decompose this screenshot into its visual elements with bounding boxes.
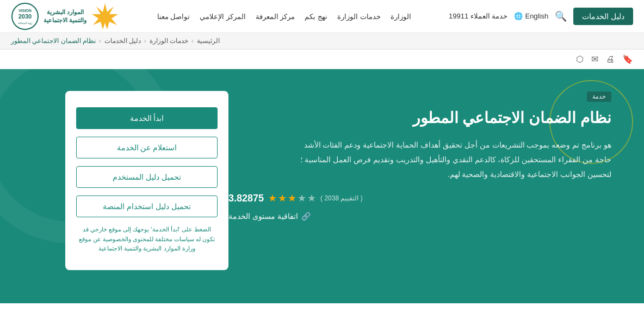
nav-item-مركز المعرفة[interactable]: مركز المعرفة [256, 13, 295, 21]
inquiry-button[interactable]: استعلام عن الخدمة [76, 137, 218, 158]
sla-label: اتفاقية مستوى الخدمة [228, 212, 298, 221]
search-button[interactable]: 🔍 [555, 10, 567, 22]
service-action-card: ابدأ الخدمة استعلام عن الخدمة تحميل دليل… [65, 91, 228, 270]
svg-text:رؤية المملكة: رؤية المملكة [18, 21, 33, 25]
logo-text: الموارد البشرية والتنمية الاجتماعية [44, 8, 86, 24]
breadcrumb-separator: › [99, 38, 101, 44]
external-link-icon: 🔗 [301, 212, 311, 221]
customer-service-number: خدمة العملاء 19911 [449, 12, 507, 20]
star-2: ★ [278, 192, 287, 204]
svg-text:2030: 2030 [18, 13, 32, 20]
globe-icon: 🌐 [514, 12, 523, 20]
vision-badge: VISION 2030 رؤية المملكة [11, 2, 39, 30]
rating-row: ( التقييم 2038 ) ★ ★ ★ ★ ★ 3.82875 [228, 192, 611, 204]
language-label: English [525, 12, 548, 20]
sla-link[interactable]: 🔗 اتفاقية مستوى الخدمة [228, 212, 611, 221]
nav-item-تواصل معنا[interactable]: تواصل معنا [157, 13, 190, 21]
service-title: نظام الضمان الاجتماعي المطور [228, 108, 611, 128]
print-button[interactable]: 🖨 [606, 54, 615, 64]
breadcrumb-separator: › [191, 38, 194, 44]
ministry-logo-icon [91, 2, 119, 30]
service-badge: خدمة [587, 91, 611, 102]
nav-item-نهج بكم[interactable]: نهج بكم [305, 13, 327, 21]
svg-marker-0 [92, 3, 118, 29]
main-nav: الوزارةخدمات الوزارةنهج بكممركز المعرفةا… [157, 11, 411, 21]
card-note: الضغط على 'ابدأ الخدمة' يوجهك إلى موقع خ… [76, 225, 218, 254]
logo-area: الموارد البشرية والتنمية الاجتماعية VISI… [11, 2, 119, 30]
nav-item-خدمات الوزارة[interactable]: خدمات الوزارة [337, 13, 381, 21]
star-3: ★ [288, 192, 296, 204]
star-4: ★ [298, 192, 306, 204]
stars: ★ ★ ★ ★ ★ [268, 192, 316, 204]
breadcrumb-item[interactable]: الرئيسية [197, 37, 220, 45]
bookmark-button[interactable]: 🔖 [622, 54, 633, 64]
breadcrumb: الرئيسية›خدمات الوزارة›دليل الخدمات›نظام… [0, 33, 644, 50]
breadcrumb-item[interactable]: نظام الضمان الاجتماعي المطور [11, 37, 96, 45]
star-1: ★ [268, 192, 277, 204]
vision-logo-icon: VISION 2030 رؤية المملكة [11, 2, 39, 30]
rating-count: ( التقييم 2038 ) [320, 194, 363, 202]
main-content: خدمة نظام الضمان الاجتماعي المطور هو برن… [0, 69, 644, 303]
breadcrumb-separator: › [144, 38, 146, 44]
header-left: دليل الخدمات 🔍 English 🌐 خدمة العملاء 19… [449, 8, 633, 25]
start-service-button[interactable]: ابدأ الخدمة [76, 107, 218, 129]
service-guide-button[interactable]: دليل الخدمات [573, 8, 633, 25]
share-button[interactable]: ⬡ [576, 54, 584, 64]
breadcrumb-item[interactable]: دليل الخدمات [104, 37, 141, 45]
svg-text:VISION: VISION [18, 9, 32, 13]
toolbar: 🔖 🖨 ✉ ⬡ [0, 50, 644, 69]
service-info: خدمة نظام الضمان الاجتماعي المطور هو برن… [228, 91, 622, 221]
rating-score: 3.82875 [228, 193, 264, 204]
service-description: هو برنامج تم وضعه بموجب التشريعات من أجل… [296, 138, 611, 181]
user-guide-download-button[interactable]: تحميل دليل المستخدم [76, 166, 218, 188]
nav-item-المركز الإعلامي[interactable]: المركز الإعلامي [200, 13, 246, 21]
star-5: ★ [307, 192, 316, 204]
platform-guide-download-button[interactable]: تحميل دليل استخدام المنصة [76, 195, 218, 217]
email-button[interactable]: ✉ [591, 54, 598, 64]
main-header: دليل الخدمات 🔍 English 🌐 خدمة العملاء 19… [0, 0, 644, 33]
breadcrumb-item[interactable]: خدمات الوزارة [150, 37, 188, 45]
language-button[interactable]: English 🌐 [514, 12, 548, 20]
nav-item-الوزارة[interactable]: الوزارة [391, 13, 411, 21]
